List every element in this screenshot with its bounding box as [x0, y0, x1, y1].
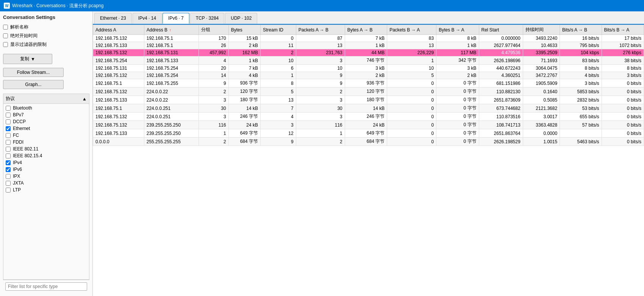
cell-11-9: 108.741713 [479, 121, 523, 129]
tab-4[interactable]: UDP · 102 [225, 13, 257, 24]
col-header-bytes[interactable]: Bytes [228, 25, 260, 35]
cell-12-2: 1 [199, 129, 228, 138]
tab-0[interactable]: Ethernet · 23 [94, 13, 132, 24]
tab-1[interactable]: IPv4 · 14 [133, 13, 162, 24]
col-header-bitsAB[interactable]: Bits/s A → B [560, 25, 602, 35]
col-header-packetsAB[interactable]: Packets A → B [296, 25, 345, 35]
cell-10-8: 0 字节 [436, 113, 479, 121]
protocol-item-ltp[interactable]: LTP [3, 186, 89, 193]
protocol-item-ethernet[interactable]: Ethernet [3, 125, 89, 132]
copy-button[interactable]: 复制 ▼ [3, 54, 52, 64]
table-row[interactable]: 192.168.75.132224.0.0.222120 字节52120 字节0… [93, 88, 644, 96]
protocol-checkbox-bluetooth[interactable] [6, 106, 11, 111]
cell-6-3: 936 字节 [228, 79, 260, 88]
col-header-addressA[interactable]: Address A [93, 25, 144, 35]
tab-3[interactable]: TCP · 3284 [190, 13, 224, 24]
table-row[interactable]: 192.168.75.133192.168.75.1262 kB11131 kB… [93, 42, 644, 49]
protocol-item-ipv4[interactable]: IPv4 [3, 159, 89, 166]
protocol-checkbox-ipx[interactable] [6, 174, 11, 179]
graph-button[interactable]: Graph... [3, 80, 64, 89]
protocol-item-bluetooth[interactable]: Bluetooth [3, 105, 89, 111]
protocol-item-ieee-802.15.4[interactable]: IEEE 802.15.4 [3, 152, 89, 159]
protocol-item-dccp[interactable]: DCCP [3, 118, 89, 125]
col-header-relStart[interactable]: Rel Start [479, 25, 523, 35]
cell-2-6: 44 MB [345, 49, 387, 56]
protocol-item-ipv6[interactable]: IPv6 [3, 166, 89, 173]
cell-11-12: 0 bits/s [602, 121, 644, 129]
table-container[interactable]: Address AAddress B ↑分组BytesStream IDPack… [93, 25, 644, 296]
table-row[interactable]: 192.168.75.131192.168.75.254207 kB6103 k… [93, 65, 644, 72]
table-row[interactable]: 192.168.75.132192.168.75.131457,992162 M… [93, 49, 644, 56]
table-row[interactable]: 192.168.75.254192.168.75.13341 kB103746 … [93, 56, 644, 65]
cell-1-4: 11 [261, 42, 296, 49]
cell-8-12: 0 bits/s [602, 96, 644, 104]
cell-3-0: 192.168.75.254 [93, 56, 144, 65]
protocol-checkbox-ipv6[interactable] [6, 167, 11, 172]
cell-1-10: 10.4633 [523, 42, 560, 49]
display-filter-checkbox[interactable] [3, 42, 8, 47]
cell-7-5: 2 [296, 88, 345, 96]
col-header-packets[interactable]: 分组 [199, 25, 228, 35]
cell-11-2: 116 [199, 121, 228, 129]
table-row[interactable]: 192.168.75.1224.0.0.2513014 kB73014 kB00… [93, 104, 644, 113]
col-header-streamId[interactable]: Stream ID [261, 25, 296, 35]
follow-stream-button[interactable]: Follow Stream... [3, 68, 64, 77]
resolve-names-label: 解析名称 [10, 24, 28, 30]
cell-5-6: 2 kB [345, 72, 387, 79]
table-row[interactable]: 192.168.75.132224.0.0.2513246 字节43246 字节… [93, 113, 644, 121]
cell-0-8: 8 kB [436, 35, 479, 42]
protocol-checkbox-fddi[interactable] [6, 140, 11, 145]
col-header-bytesAB[interactable]: Bytes A → B [345, 25, 387, 35]
table-row[interactable]: 192.168.75.133224.0.0.223180 字节133180 字节… [93, 96, 644, 104]
cell-8-11: 2832 bits/s [560, 96, 602, 104]
col-header-duration[interactable]: 持续时间 [523, 25, 560, 35]
col-header-packetsBA[interactable]: Packets B → A [387, 25, 436, 35]
protocol-item-fddi[interactable]: FDDI [3, 139, 89, 146]
collapse-icon[interactable]: ▲ [82, 96, 87, 102]
cell-10-4: 4 [261, 113, 296, 121]
tab-2[interactable]: IPv6 · 7 [163, 13, 189, 24]
table-row[interactable]: 192.168.75.1192.168.75.2559936 字节89936 字… [93, 79, 644, 88]
filter-list-input[interactable] [5, 282, 87, 291]
cell-11-8: 0 字节 [436, 121, 479, 129]
cell-1-1: 192.168.75.1 [144, 42, 199, 49]
cell-12-0: 192.168.75.133 [93, 129, 144, 138]
protocol-checkbox-ieee 802.11[interactable] [6, 147, 11, 152]
cell-11-6: 24 kB [345, 121, 387, 129]
col-header-bitsBA[interactable]: Bits/s B → A [602, 25, 644, 35]
cell-3-11: 83 bits/s [560, 56, 602, 65]
protocol-item-ipx[interactable]: IPX [3, 173, 89, 180]
protocol-checkbox-fc[interactable] [6, 133, 11, 138]
protocol-item-ieee-802.11[interactable]: IEEE 802.11 [3, 146, 89, 152]
cell-9-6: 14 kB [345, 104, 387, 113]
table-row[interactable]: 0.0.0.0255.255.255.2552684 字节92684 字节00 … [93, 138, 644, 146]
protocol-checkbox-ltp[interactable] [6, 188, 11, 193]
cell-12-10: 0.0000 [523, 129, 560, 138]
protocol-checkbox-ieee 802.15.4[interactable] [6, 153, 11, 158]
protocol-label: LTP [13, 187, 21, 193]
protocol-checkbox-ipv4[interactable] [6, 160, 11, 165]
protocol-item-jxta[interactable]: JXTA [3, 180, 89, 186]
protocol-checkbox-dccp[interactable] [6, 119, 11, 124]
cell-11-4: 3 [261, 121, 296, 129]
cell-10-5: 3 [296, 113, 345, 121]
cell-9-7: 0 [387, 104, 436, 113]
absolute-start-checkbox[interactable] [3, 33, 8, 38]
protocol-checkbox-ethernet[interactable] [6, 126, 11, 131]
table-row[interactable]: 192.168.75.133239.255.255.2501649 字节1216… [93, 129, 644, 138]
cell-11-1: 239.255.255.250 [144, 121, 199, 129]
cell-4-6: 3 kB [345, 65, 387, 72]
protocol-item-fc[interactable]: FC [3, 132, 89, 139]
cell-12-12: 0 bits/s [602, 129, 644, 138]
protocol-item-bpv7[interactable]: BPv7 [3, 111, 89, 118]
table-row[interactable]: 192.168.75.132192.168.75.117015 kB0877 k… [93, 35, 644, 42]
table-row[interactable]: 192.168.75.132239.255.255.25011624 kB311… [93, 121, 644, 129]
protocol-checkbox-jxta[interactable] [6, 181, 11, 186]
cell-2-11: 104 kbps [560, 49, 602, 56]
col-header-addressB[interactable]: Address B ↑ [144, 25, 199, 35]
resolve-names-checkbox[interactable] [3, 25, 8, 30]
col-header-bytesBA[interactable]: Bytes B → A [436, 25, 479, 35]
protocol-checkbox-bpv7[interactable] [6, 113, 11, 117]
table-row[interactable]: 192.168.75.132192.168.75.254144 kB192 kB… [93, 72, 644, 79]
cell-2-7: 226,229 [387, 49, 436, 56]
